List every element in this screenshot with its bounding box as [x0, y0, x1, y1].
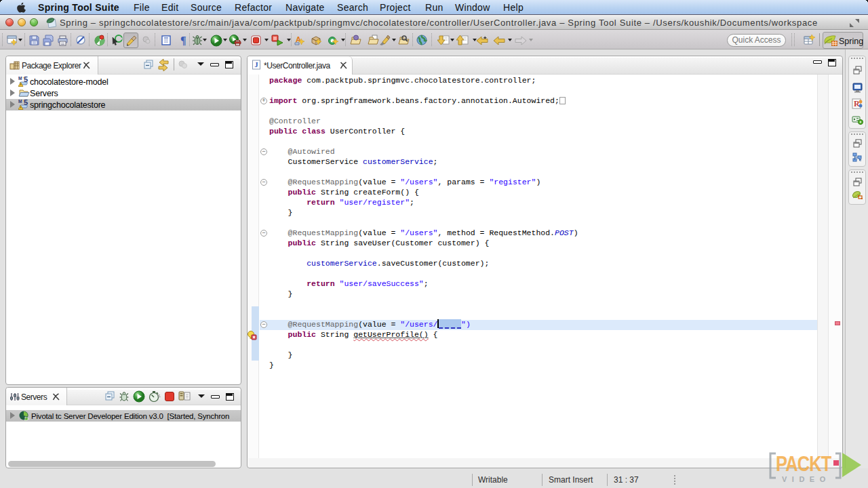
- svg-text:¶: ¶: [180, 35, 186, 46]
- svg-text:J: J: [255, 61, 258, 68]
- svg-text:M: M: [18, 76, 22, 81]
- svg-text:M: M: [18, 99, 22, 104]
- svg-text:R: R: [854, 99, 860, 108]
